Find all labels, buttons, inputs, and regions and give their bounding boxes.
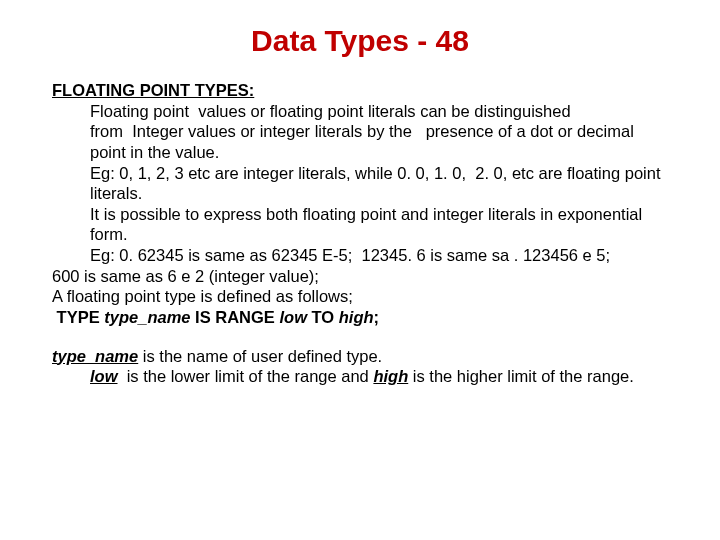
syntax-text: ; [374, 308, 380, 326]
paragraph: Eg: 0. 62345 is same as 62345 E-5; 12345… [52, 245, 668, 266]
paragraph: It is possible to express both floating … [52, 204, 668, 245]
syntax-ident: low [279, 308, 307, 326]
syntax-keyword: IS RANGE [195, 308, 275, 326]
syntax-line: TYPE type_name IS RANGE low TO high; [52, 307, 668, 328]
desc-block: low is the lower limit of the range and … [52, 366, 668, 387]
term: high [373, 367, 408, 385]
paragraph: A floating point type is defined as foll… [52, 286, 668, 307]
syntax-keyword: TO [312, 308, 335, 326]
syntax-keyword: TYPE [57, 308, 100, 326]
section-heading: FLOATING POINT TYPES: [52, 80, 668, 101]
desc-text: is the higher limit of the range. [408, 367, 634, 385]
page-title: Data Types - 48 [52, 24, 668, 58]
paragraph: 600 is same as 6 e 2 (integer value); [52, 266, 668, 287]
syntax-ident: type_name [104, 308, 190, 326]
syntax-ident: high [339, 308, 374, 326]
desc-text: is the lower limit of the range and [118, 367, 374, 385]
desc-block: type_name is the name of user defined ty… [52, 346, 668, 367]
term: low [90, 367, 118, 385]
content-block: FLOATING POINT TYPES: Floating point val… [52, 80, 668, 387]
desc-text: is the name of user defined type. [138, 347, 382, 365]
paragraph: Floating point values or floating point … [52, 101, 668, 163]
term: type_name [52, 347, 138, 365]
paragraph: Eg: 0, 1, 2, 3 etc are integer literals,… [52, 163, 668, 204]
